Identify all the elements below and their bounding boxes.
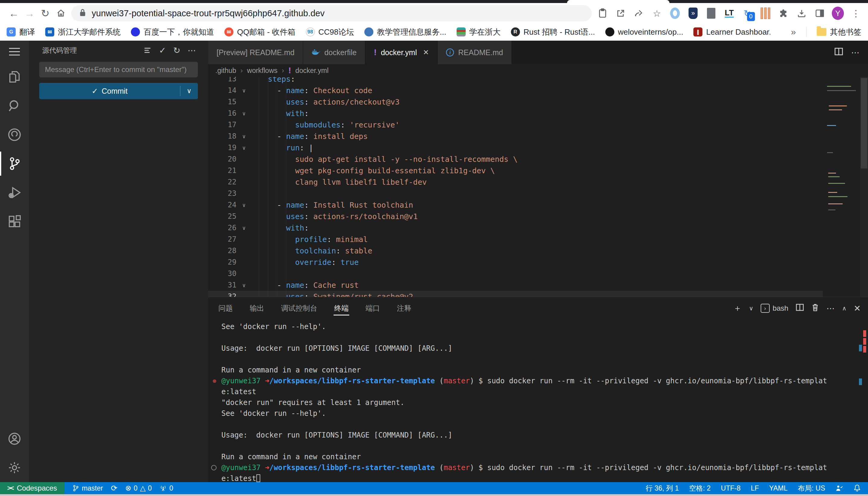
commit-dropdown-chevron[interactable]: ∨ xyxy=(180,87,198,95)
other-bookmarks[interactable]: 其他书签 xyxy=(817,27,862,37)
panel-tab-注释[interactable]: 注释 xyxy=(396,299,412,317)
close-panel-icon[interactable]: ✕ xyxy=(854,304,861,313)
search-icon[interactable] xyxy=(0,91,29,120)
bookmark-item[interactable]: G翻译 xyxy=(6,27,35,37)
encoding-setting[interactable]: UTF-8 xyxy=(721,484,740,492)
bookmark-item[interactable]: ∥Learner Dashboar... xyxy=(693,27,770,37)
kill-terminal-icon[interactable] xyxy=(811,303,819,314)
bookmark-item[interactable]: 98CC98论坛 xyxy=(306,27,354,37)
code-line-32[interactable]: 32 uses: Swatinem/rust-cache@v2 xyxy=(208,291,823,297)
code-line-16[interactable]: 16∨ with: xyxy=(208,108,823,119)
back-icon[interactable]: ← xyxy=(6,5,22,21)
puzzle-extensions-icon[interactable] xyxy=(778,7,790,19)
fold-chevron-icon[interactable]: ∨ xyxy=(238,88,250,94)
bookmarks-overflow-chevron[interactable]: » xyxy=(791,27,796,37)
editor-tab-dockerfile[interactable]: dockerfile xyxy=(303,41,365,64)
explorer-icon[interactable] xyxy=(0,62,29,91)
account-icon[interactable] xyxy=(0,424,29,453)
terminal-dropdown-chevron[interactable]: ∨ xyxy=(749,305,753,312)
indentation-setting[interactable]: 空格: 2 xyxy=(689,484,711,493)
sync-changes-icon[interactable]: ⟳ xyxy=(111,484,117,493)
new-terminal-icon[interactable]: ＋ xyxy=(733,303,742,314)
ports-indicator[interactable]: 0 xyxy=(160,484,173,492)
split-terminal-icon[interactable] xyxy=(796,303,804,314)
forward-icon[interactable]: → xyxy=(22,5,38,21)
clipboard-icon[interactable] xyxy=(597,7,609,19)
code-line-25[interactable]: 25 uses: actions-rs/toolchain@v1 xyxy=(208,211,823,222)
bookmark-item[interactable]: ✉浙江大学邮件系统 xyxy=(45,27,121,37)
code-line-23[interactable]: 23 xyxy=(208,188,823,199)
breadcrumb[interactable]: .github › workflows › ! docker.yml xyxy=(208,64,868,77)
extensions-icon[interactable] xyxy=(0,207,29,236)
sync-extension-icon[interactable]: ↻0 xyxy=(741,7,753,19)
commit-button[interactable]: ✓ Commit ∨ xyxy=(39,83,198,99)
fold-chevron-icon[interactable]: ∨ xyxy=(238,110,250,117)
editor-tab-readme.md[interactable]: iREADME.md xyxy=(438,41,512,64)
code-line-31[interactable]: 31∨ - name: Cache rust xyxy=(208,279,823,291)
download-icon[interactable] xyxy=(796,7,808,19)
languagetool-icon[interactable]: LT xyxy=(723,7,735,19)
view-as-list-icon[interactable] xyxy=(143,46,152,55)
bookmark-star-icon[interactable]: ☆ xyxy=(651,7,663,19)
panel-tab-端口[interactable]: 端口 xyxy=(365,299,380,317)
browser-menu-icon[interactable]: ⋮ xyxy=(850,7,862,19)
home-icon[interactable] xyxy=(53,5,69,21)
keyboard-layout[interactable]: 布局: US xyxy=(798,484,825,493)
split-editor-icon[interactable] xyxy=(834,47,843,58)
code-line-18[interactable]: 18∨ - name: install deps xyxy=(208,130,823,142)
bookmark-item[interactable]: 教学管理信息服务... xyxy=(364,27,446,37)
minimap[interactable] xyxy=(826,77,859,297)
terminal[interactable]: See 'docker run --help'.Usage: docker ru… xyxy=(208,320,868,482)
code-line-24[interactable]: 24∨ - name: Install Rust toolchain xyxy=(208,199,823,211)
panel-more-actions-icon[interactable]: ⋯ xyxy=(826,304,835,313)
code-line-27[interactable]: 27 profile: minimal xyxy=(208,234,823,245)
extension-shield-icon[interactable]: » xyxy=(687,7,699,19)
code-line-30[interactable]: 30 xyxy=(208,268,823,279)
url-text[interactable]: yunwei37-potential-space-trout-rpr5qwj66… xyxy=(92,9,325,18)
share-icon[interactable] xyxy=(633,7,645,19)
address-bar[interactable]: yunwei37-potential-space-trout-rpr5qwj66… xyxy=(71,5,592,21)
menu-hamburger-icon[interactable] xyxy=(0,41,29,62)
fold-chevron-icon[interactable]: ∨ xyxy=(238,202,250,208)
editor-scrollbar[interactable] xyxy=(860,77,868,297)
bookmark-item[interactable]: 百度一下，你就知道 xyxy=(131,27,214,37)
lock-icon[interactable] xyxy=(79,9,86,18)
breadcrumb-folder[interactable]: workflows xyxy=(247,66,278,75)
cursor-position[interactable]: 行 36, 列 1 xyxy=(646,484,679,493)
code-line-20[interactable]: 20 sudo apt-get install -y --no-install-… xyxy=(208,153,823,165)
code-line-26[interactable]: 26∨ with: xyxy=(208,222,823,234)
profile-avatar[interactable]: Y xyxy=(832,7,844,19)
bookmark-item[interactable]: 学在浙大 xyxy=(457,27,501,37)
bookmark-item[interactable]: RRust 招聘 - Rust语... xyxy=(511,27,595,37)
run-debug-icon[interactable] xyxy=(0,178,29,207)
panel-tab-终端[interactable]: 终端 xyxy=(333,299,349,317)
notifications-bell-icon[interactable] xyxy=(854,484,861,492)
remote-indicator-codespaces[interactable]: >< Codespaces xyxy=(0,482,64,494)
fold-chevron-icon[interactable]: ∨ xyxy=(238,282,250,289)
code-line-15[interactable]: 15 uses: actions/checkout@v3 xyxy=(208,96,823,108)
code-editor[interactable]: 13 steps:14∨ - name: Checkout code15 use… xyxy=(208,77,868,297)
open-in-new-icon[interactable] xyxy=(615,7,627,19)
code-line-28[interactable]: 28 toolchain: stable xyxy=(208,245,823,257)
fold-chevron-icon[interactable]: ∨ xyxy=(238,133,250,140)
commit-message-input[interactable] xyxy=(39,62,198,77)
more-actions-icon[interactable]: ⋯ xyxy=(188,46,196,56)
editor-more-actions-icon[interactable]: ⋯ xyxy=(851,48,859,58)
extension-copy-icon[interactable] xyxy=(705,7,717,19)
panel-tab-输出[interactable]: 输出 xyxy=(249,299,265,317)
bookmark-item[interactable]: ✉QQ邮箱 - 收件箱 xyxy=(224,27,296,37)
code-line-21[interactable]: 21 wget pkg-config build-essential zlib1… xyxy=(208,165,823,176)
refresh-repo-icon[interactable]: ↻ xyxy=(174,46,180,56)
eol-setting[interactable]: LF xyxy=(751,484,759,492)
ammo-bars-extension-icon[interactable] xyxy=(760,7,772,19)
panel-tab-调试控制台[interactable]: 调试控制台 xyxy=(281,299,318,317)
terminal-shell-selector[interactable]: › bash xyxy=(761,304,788,313)
feedback-icon[interactable] xyxy=(835,484,843,492)
code-line-22[interactable]: 22 clang llvm libelf1 libelf-dev xyxy=(208,176,823,188)
fold-chevron-icon[interactable]: ∨ xyxy=(238,145,250,151)
code-line-14[interactable]: 14∨ - name: Checkout code xyxy=(208,85,823,96)
editor-tab--preview-readme.md[interactable]: [Preview] README.md xyxy=(208,41,303,64)
editor-tab-docker.yml[interactable]: !docker.yml✕ xyxy=(365,41,438,64)
code-line-29[interactable]: 29 override: true xyxy=(208,257,823,268)
editor-scrollbar-thumb[interactable] xyxy=(861,78,867,168)
